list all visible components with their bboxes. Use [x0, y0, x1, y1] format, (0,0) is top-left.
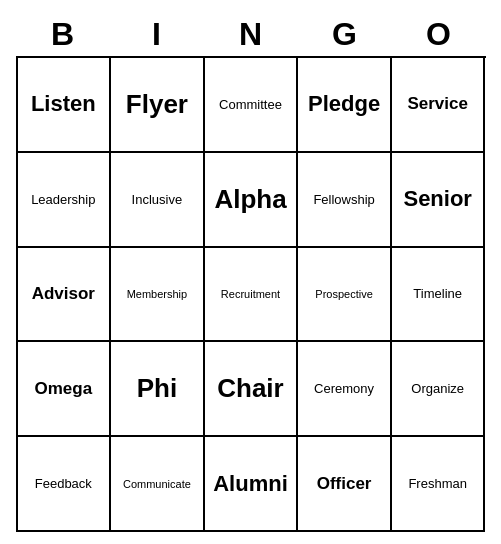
bingo-cell: Phi — [111, 342, 205, 437]
cell-label: Advisor — [32, 284, 95, 304]
bingo-cell: Fellowship — [298, 153, 392, 248]
bingo-cell: Recruitment — [205, 248, 299, 343]
cell-label: Chair — [217, 373, 283, 404]
cell-label: Committee — [219, 97, 282, 112]
bingo-grid: ListenFlyerCommitteePledgeServiceLeaders… — [16, 56, 486, 532]
bingo-cell: Alpha — [205, 153, 299, 248]
bingo-cell: Prospective — [298, 248, 392, 343]
bingo-cell: Pledge — [298, 58, 392, 153]
bingo-cell: Listen — [18, 58, 112, 153]
bingo-cell: Alumni — [205, 437, 299, 532]
bingo-cell: Officer — [298, 437, 392, 532]
cell-label: Ceremony — [314, 381, 374, 396]
header-letter: G — [298, 12, 392, 56]
bingo-cell: Membership — [111, 248, 205, 343]
cell-label: Communicate — [123, 478, 191, 490]
header-letter: I — [110, 12, 204, 56]
cell-label: Service — [407, 94, 468, 114]
cell-label: Membership — [127, 288, 188, 300]
bingo-card: BINGO ListenFlyerCommitteePledgeServiceL… — [16, 12, 486, 532]
cell-label: Alumni — [213, 471, 288, 497]
cell-label: Senior — [403, 186, 471, 212]
bingo-cell: Freshman — [392, 437, 486, 532]
cell-label: Listen — [31, 91, 96, 117]
bingo-cell: Omega — [18, 342, 112, 437]
cell-label: Omega — [34, 379, 92, 399]
bingo-cell: Flyer — [111, 58, 205, 153]
bingo-cell: Ceremony — [298, 342, 392, 437]
bingo-cell: Feedback — [18, 437, 112, 532]
bingo-cell: Senior — [392, 153, 486, 248]
bingo-cell: Communicate — [111, 437, 205, 532]
bingo-cell: Inclusive — [111, 153, 205, 248]
cell-label: Flyer — [126, 89, 188, 120]
cell-label: Freshman — [408, 476, 467, 491]
cell-label: Timeline — [413, 286, 462, 301]
bingo-cell: Advisor — [18, 248, 112, 343]
cell-label: Prospective — [315, 288, 372, 300]
cell-label: Phi — [137, 373, 177, 404]
header-letter: N — [204, 12, 298, 56]
cell-label: Fellowship — [313, 192, 374, 207]
cell-label: Officer — [317, 474, 372, 494]
bingo-cell: Service — [392, 58, 486, 153]
bingo-cell: Committee — [205, 58, 299, 153]
bingo-cell: Chair — [205, 342, 299, 437]
cell-label: Recruitment — [221, 288, 280, 300]
cell-label: Inclusive — [132, 192, 183, 207]
cell-label: Organize — [411, 381, 464, 396]
cell-label: Leadership — [31, 192, 95, 207]
bingo-cell: Leadership — [18, 153, 112, 248]
bingo-cell: Organize — [392, 342, 486, 437]
cell-label: Feedback — [35, 476, 92, 491]
bingo-header: BINGO — [16, 12, 486, 56]
header-letter: O — [392, 12, 486, 56]
cell-label: Pledge — [308, 91, 380, 117]
cell-label: Alpha — [214, 184, 286, 215]
header-letter: B — [16, 12, 110, 56]
bingo-cell: Timeline — [392, 248, 486, 343]
